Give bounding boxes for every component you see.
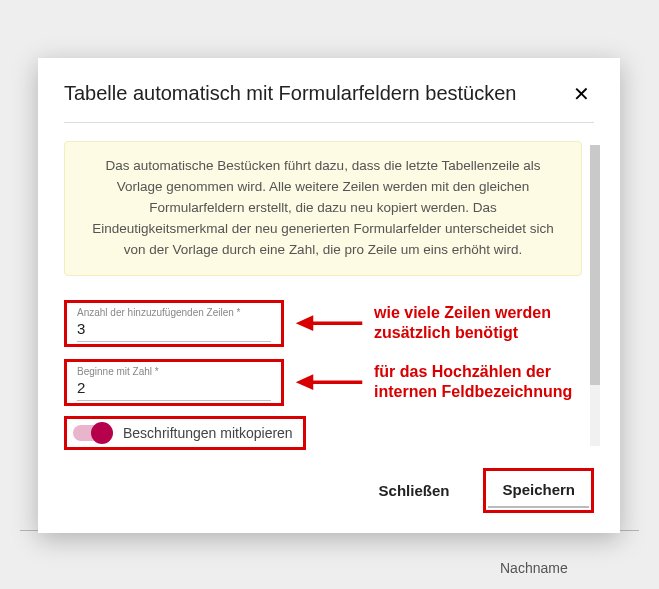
svg-marker-1 bbox=[296, 315, 314, 331]
row-count-field-highlight: Anzahl der hinzuzufügenden Zeilen * bbox=[64, 300, 284, 347]
start-number-input[interactable] bbox=[77, 377, 271, 398]
copy-labels-toggle-highlight: Beschriftungen mitkopieren bbox=[64, 416, 306, 450]
arrow-left-icon bbox=[294, 310, 364, 336]
annotation-rows: wie viele Zeilen werden zusätzlich benöt… bbox=[374, 303, 582, 343]
input-underline bbox=[77, 400, 271, 401]
row-count-label: Anzahl der hinzuzufügenden Zeilen * bbox=[77, 307, 271, 318]
input-underline bbox=[77, 341, 271, 342]
row-count-annotated-row: Anzahl der hinzuzufügenden Zeilen * wie … bbox=[64, 300, 582, 347]
dialog-populate-table: Tabelle automatisch mit Formularfeldern … bbox=[38, 58, 620, 533]
toggle-knob bbox=[91, 422, 113, 444]
save-button[interactable]: Speichern bbox=[488, 473, 589, 508]
dialog-actions: Schließen Speichern bbox=[64, 468, 594, 513]
dialog-title: Tabelle automatisch mit Formularfeldern … bbox=[64, 82, 516, 105]
start-number-field-highlight: Beginne mit Zahl * bbox=[64, 359, 284, 406]
info-box: Das automatische Bestücken führt dazu, d… bbox=[64, 141, 582, 276]
copy-labels-toggle[interactable] bbox=[73, 425, 111, 441]
copy-labels-toggle-label: Beschriftungen mitkopieren bbox=[123, 425, 293, 441]
annotation-start: für das Hochzählen der internen Feldbeze… bbox=[374, 362, 582, 402]
start-number-label: Beginne mit Zahl * bbox=[77, 366, 271, 377]
scrollbar-thumb[interactable] bbox=[590, 145, 600, 385]
dialog-divider bbox=[64, 122, 594, 123]
svg-marker-3 bbox=[296, 374, 314, 390]
close-icon[interactable]: ✕ bbox=[569, 82, 594, 106]
start-number-annotated-row: Beginne mit Zahl * für das Hochzählen de… bbox=[64, 359, 582, 406]
arrow-left-icon bbox=[294, 369, 364, 395]
dialog-header: Tabelle automatisch mit Formularfeldern … bbox=[64, 82, 594, 106]
save-button-highlight: Speichern bbox=[483, 468, 594, 513]
dialog-body: Das automatische Bestücken führt dazu, d… bbox=[64, 141, 594, 450]
row-count-input[interactable] bbox=[77, 318, 271, 339]
background-column-label: Nachname bbox=[500, 560, 568, 576]
close-button[interactable]: Schließen bbox=[373, 472, 456, 509]
